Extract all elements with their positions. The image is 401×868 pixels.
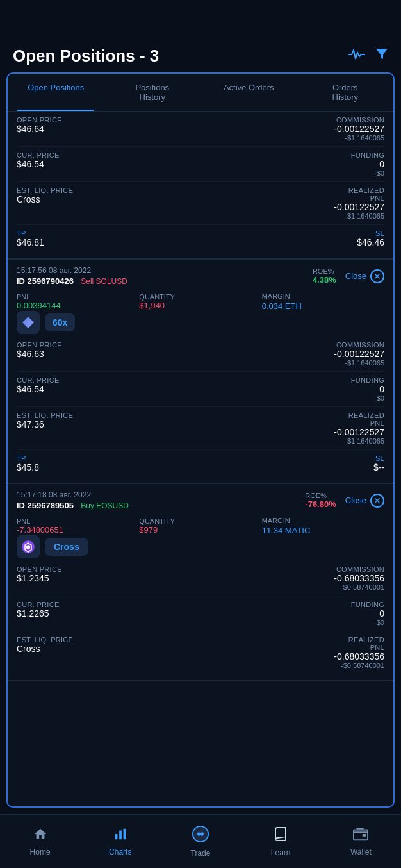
open-price-label: OPEN PRICE $46.64	[17, 116, 201, 142]
nav-charts[interactable]: Charts	[80, 815, 160, 868]
est-liq-label-1: EST. LIQ. PRICE Cross	[17, 187, 201, 220]
pnl-row-3: PNL -7.34800651 QUANTITY $979 MARGIN 11.…	[8, 513, 393, 561]
leverage-60x-button[interactable]: 60x	[45, 313, 75, 331]
nav-home[interactable]: Home	[0, 815, 80, 868]
table-row: EST. LIQ. PRICE Cross REALIZED PNL -0.00…	[17, 182, 384, 225]
est-liq-3: EST. LIQ. PRICE Cross	[17, 636, 201, 669]
close-button-2[interactable]: Close ✕	[345, 269, 384, 283]
realized-pnl-1: REALIZED PNL -0.00122527 -$1.1640065	[201, 187, 384, 220]
filter-icon[interactable]	[375, 47, 388, 65]
position-3-info: 15:17:18 08 авг. 2022 ID 2596789505 Buy …	[17, 490, 129, 510]
position-2-info: 15:17:56 08 авг. 2022 ID 2596790426 Sell…	[17, 266, 127, 286]
close-button-3[interactable]: Close ✕	[345, 494, 384, 508]
bottom-nav: Home Charts Trade Learn	[0, 814, 401, 868]
main-card: Open Positions PositionsHistory Active O…	[6, 72, 395, 808]
table-row: EST. LIQ. PRICE $47.36 REALIZED PNL -0.0…	[17, 407, 384, 450]
table-row: OPEN PRICE $46.64 COMMISSION -0.00122527…	[17, 112, 384, 147]
home-icon	[33, 827, 47, 845]
funding-3: FUNDING 0 $0	[201, 601, 384, 626]
cross-leverage-button[interactable]: Cross	[45, 538, 88, 556]
est-liq-2: EST. LIQ. PRICE $47.36	[17, 412, 201, 445]
table-row: TP $46.81 SL $46.46	[17, 225, 384, 252]
commission-1: COMMISSION -0.00122527 -$1.1640065	[201, 116, 384, 142]
charts-icon	[113, 827, 127, 845]
close-circle-2[interactable]: ✕	[370, 269, 384, 283]
position-block-3: 15:17:18 08 авг. 2022 ID 2596789505 Buy …	[8, 484, 393, 681]
table-row: OPEN PRICE $46.63 COMMISSION -0.00122527…	[17, 337, 384, 372]
position-2-data: OPEN PRICE $46.63 COMMISSION -0.00122527…	[8, 337, 393, 483]
qty-block-2: QUANTITY $1,940	[139, 293, 261, 310]
cur-price-label-1: CUR. PRICE $46.54	[17, 151, 201, 177]
tabs-row: Open Positions PositionsHistory Active O…	[8, 74, 393, 112]
commission-3: COMMISSION -0.68033356 -$0.58740001	[201, 565, 384, 591]
position-block-1: OPEN PRICE $46.64 COMMISSION -0.00122527…	[8, 112, 393, 260]
svg-rect-8	[363, 834, 366, 837]
matic-button-3[interactable]	[17, 535, 40, 558]
pnl-block-3: PNL -7.34800651	[17, 517, 139, 535]
svg-rect-4	[119, 830, 122, 839]
pnl-row-2: PNL 0.00394144 QUANTITY $1,940 MARGIN 0.…	[8, 288, 393, 337]
roe-block-3: ROE% -76.80%	[305, 492, 336, 509]
qty-block-3: QUANTITY $979	[139, 517, 261, 535]
tab-orders-history[interactable]: OrdersHistory	[297, 74, 394, 111]
margin-leverage-2: MARGIN 0.034 ETH	[262, 292, 384, 311]
svg-rect-5	[123, 828, 126, 839]
pulse-icon[interactable]	[348, 48, 365, 65]
position-3-header: 15:17:18 08 авг. 2022 ID 2596789505 Buy …	[8, 484, 393, 513]
funding-1: FUNDING 0 $0	[201, 151, 384, 177]
eth-button-2[interactable]	[17, 311, 40, 334]
roe-block-2: ROE% 4.38%	[313, 267, 336, 285]
table-row: CUR. PRICE $46.54 FUNDING 0 $0	[17, 372, 384, 407]
realized-pnl-2: REALIZED PNL -0.00122527 -$1.1640065	[201, 412, 384, 445]
sl-2: SL $--	[201, 455, 384, 472]
svg-rect-3	[115, 834, 118, 839]
realized-pnl-3: REALIZED PNL -0.68033356 -$0.58740001	[201, 636, 384, 669]
wallet-icon	[353, 827, 368, 845]
tab-open-positions[interactable]: Open Positions	[8, 74, 104, 111]
learn-icon	[273, 826, 288, 846]
cur-price-3: CUR. PRICE $1.2265	[17, 601, 201, 626]
leverage-buttons-2: 60x	[17, 311, 139, 334]
table-row: TP $45.8 SL $--	[17, 450, 384, 477]
cur-price-2: CUR. PRICE $46.54	[17, 376, 201, 402]
tab-positions-history[interactable]: PositionsHistory	[104, 74, 201, 111]
position-1-data: OPEN PRICE $46.64 COMMISSION -0.00122527…	[8, 112, 393, 258]
open-price-2: OPEN PRICE $46.63	[17, 341, 201, 367]
nav-wallet[interactable]: Wallet	[321, 815, 401, 868]
position-block-2: 15:17:56 08 авг. 2022 ID 2596790426 Sell…	[8, 260, 393, 484]
margin-3: MARGIN 11.34 MATIC	[262, 517, 384, 535]
nav-learn[interactable]: Learn	[241, 815, 321, 868]
header-icons	[348, 47, 388, 65]
tp-2: TP $45.8	[17, 455, 201, 472]
leverage-buttons-3: Cross	[17, 535, 139, 558]
page-header: Open Positions - 3	[0, 38, 401, 72]
tab-active-orders[interactable]: Active Orders	[201, 74, 297, 111]
tp-label-1: TP $46.81	[17, 230, 201, 247]
commission-2: COMMISSION -0.00122527 -$1.1640065	[201, 341, 384, 367]
table-row: CUR. PRICE $46.54 FUNDING 0 $0	[17, 147, 384, 182]
eth-diamond-icon	[22, 317, 34, 328]
position-3-data: OPEN PRICE $1.2345 COMMISSION -0.6803335…	[8, 561, 393, 680]
trade-icon	[192, 826, 209, 846]
table-row: OPEN PRICE $1.2345 COMMISSION -0.6803335…	[17, 561, 384, 596]
sl-label-1: SL $46.46	[201, 230, 384, 247]
position-2-header: 15:17:56 08 авг. 2022 ID 2596790426 Sell…	[8, 260, 393, 288]
funding-2: FUNDING 0 $0	[201, 376, 384, 402]
table-row: EST. LIQ. PRICE Cross REALIZED PNL -0.68…	[17, 631, 384, 674]
nav-trade[interactable]: Trade	[160, 815, 240, 868]
pnl-block-2: PNL 0.00394144	[17, 293, 139, 310]
open-price-3: OPEN PRICE $1.2345	[17, 565, 201, 591]
table-row: CUR. PRICE $1.2265 FUNDING 0 $0	[17, 596, 384, 631]
close-circle-3[interactable]: ✕	[370, 494, 384, 508]
page-title: Open Positions - 3	[13, 46, 159, 66]
